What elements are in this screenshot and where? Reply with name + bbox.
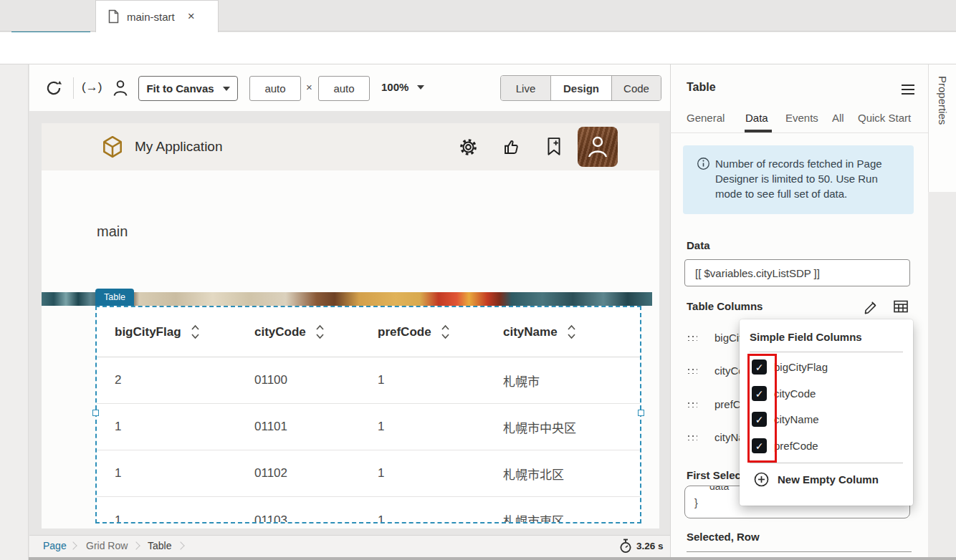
column-header[interactable]: prefCode <box>378 324 503 340</box>
table-header-row: bigCityFlag cityCode prefCode cityName <box>97 307 640 357</box>
close-icon[interactable]: × <box>188 9 195 24</box>
zoom-dropdown[interactable]: 100% <box>381 81 424 93</box>
sort-icon <box>567 324 576 340</box>
sort-icon <box>441 324 450 340</box>
mode-switcher: Live Design Code <box>500 75 661 101</box>
dimension-separator: × <box>306 81 312 93</box>
breadcrumb-page[interactable]: Page <box>43 540 67 551</box>
page-heading: main <box>97 223 128 240</box>
breadcrumb-grid-row[interactable]: Grid Row <box>86 540 128 551</box>
breadcrumb-table[interactable]: Table <box>148 540 171 551</box>
section-divider <box>687 551 912 552</box>
annotation-highlight-rect <box>747 354 777 463</box>
field-columns-popup: Simple Field Columns ✓ bigCityFlag ✓ cit… <box>740 319 913 506</box>
selection-handle-left[interactable] <box>92 410 99 416</box>
column-header[interactable]: cityCode <box>254 324 378 340</box>
fit-to-canvas-dropdown[interactable]: Fit to Canvas <box>138 76 238 101</box>
toolbar-divider <box>73 77 74 99</box>
properties-title: Table <box>687 81 716 94</box>
info-icon <box>697 157 710 170</box>
selection-handle-right[interactable] <box>638 410 644 416</box>
data-section-label: Data <box>687 239 710 251</box>
ptab-events[interactable]: Events <box>785 112 818 124</box>
table-row[interactable]: 1 01101 1 札幌市中央区 <box>97 404 640 450</box>
new-empty-column-button[interactable]: New Empty Column <box>754 468 879 490</box>
popup-divider <box>750 352 903 352</box>
sort-icon <box>191 324 200 340</box>
app-logo-icon <box>100 135 125 159</box>
drag-handle-icon[interactable] <box>687 401 697 407</box>
popup-title: Simple Field Columns <box>750 331 862 343</box>
thumbs-up-icon[interactable] <box>502 137 521 157</box>
tab-main-start[interactable]: main-start × <box>95 0 219 32</box>
avatar[interactable] <box>578 127 618 167</box>
bookmark-plus-icon[interactable] <box>545 137 563 157</box>
drag-handle-icon[interactable] <box>687 367 697 374</box>
tab-label: main-start <box>127 11 175 23</box>
variable-mapper-icon[interactable]: (→) <box>82 80 102 95</box>
hamburger-menu-icon[interactable] <box>902 85 914 97</box>
left-dock-rail <box>0 64 29 560</box>
window-bottom-edge <box>0 557 956 560</box>
ptab-general[interactable]: General <box>687 112 725 124</box>
drag-handle-icon[interactable] <box>687 334 697 341</box>
drag-handle-icon[interactable] <box>687 434 697 440</box>
gear-icon[interactable] <box>459 137 478 157</box>
app-title: My Application <box>135 139 223 155</box>
manage-columns-grid-icon[interactable] <box>893 299 909 314</box>
edit-pencil-icon[interactable] <box>863 299 879 314</box>
mode-live-button[interactable]: Live <box>501 76 551 100</box>
ptab-quick-start[interactable]: Quick Start <box>858 112 911 124</box>
canvas-height-input[interactable]: auto <box>318 76 370 101</box>
table-row[interactable]: 1 01103 1 札幌市東区 <box>97 497 640 523</box>
timer-icon <box>619 539 632 554</box>
canvas-width-input[interactable]: auto <box>249 76 301 101</box>
ptab-divider <box>670 132 928 133</box>
page-icon <box>107 9 120 24</box>
sort-icon <box>315 324 325 340</box>
selected-row-label: Selected, Row <box>687 531 760 543</box>
persona-icon[interactable] <box>111 78 130 98</box>
dock-tab-properties[interactable]: Properties <box>928 64 956 192</box>
column-header[interactable]: cityName <box>503 324 641 340</box>
column-header[interactable]: bigCityFlag <box>97 324 254 340</box>
data-expression-input[interactable]: [[ $variables.cityListSDP ]] <box>684 259 910 286</box>
popup-divider <box>750 463 903 463</box>
table-row[interactable]: 1 01102 1 札幌市北区 <box>97 450 640 497</box>
mode-design-button[interactable]: Design <box>551 76 612 100</box>
chevron-down-icon <box>417 85 424 90</box>
data-table[interactable]: bigCityFlag cityCode prefCode cityName 2… <box>95 306 641 523</box>
mode-code-button[interactable]: Code <box>612 76 661 100</box>
designer-menubar <box>0 32 956 64</box>
refresh-icon[interactable] <box>44 79 63 97</box>
ptab-data[interactable]: Data <box>745 112 768 124</box>
render-time: 3.26 s <box>636 541 664 551</box>
chevron-down-icon <box>223 87 230 91</box>
ptab-all[interactable]: All <box>832 112 844 124</box>
info-message: Number of records fetched in Page Design… <box>715 156 903 201</box>
table-columns-label: Table Columns <box>687 300 763 312</box>
selection-tag[interactable]: Table <box>95 289 134 306</box>
plus-circle-icon <box>754 472 769 487</box>
table-row[interactable]: 2 01100 1 札幌市 <box>97 357 640 404</box>
